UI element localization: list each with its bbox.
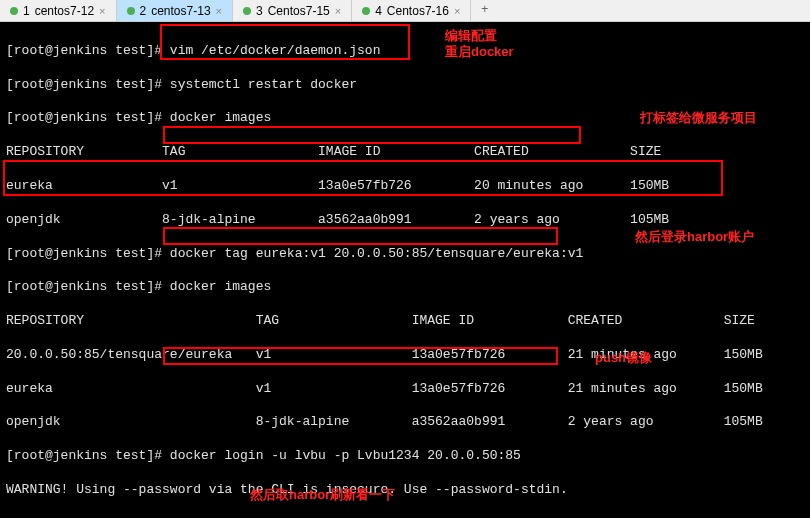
terminal[interactable]: [root@jenkins test]# vim /etc/docker/dae…	[0, 22, 810, 518]
cmd-restart: systemctl restart docker	[162, 77, 357, 92]
table-row: eureka v1 13a0e57fb726 20 minutes ago 15…	[6, 178, 804, 195]
prompt: [root@jenkins test]#	[6, 246, 162, 261]
prompt: [root@jenkins test]#	[6, 448, 162, 463]
annotation-label: 然后取harbor刷新看一下	[250, 487, 395, 504]
prompt: [root@jenkins test]#	[6, 110, 162, 125]
table-header: REPOSITORY TAG IMAGE ID CREATED SIZE	[6, 313, 804, 330]
tab-4[interactable]: 4 Centos7-16×	[352, 0, 471, 21]
status-dot-icon	[243, 7, 251, 15]
warning-text: WARNING! Using --password via the CLI is…	[6, 482, 804, 499]
annotation-label: 重启docker	[445, 44, 514, 61]
annotation-label: 编辑配置	[445, 28, 497, 45]
annotation-label: 打标签给微服务项目	[640, 110, 757, 127]
table-row: eureka v1 13a0e57fb726 21 minutes ago 15…	[6, 381, 804, 398]
table-row: 20.0.0.50:85/tensquare/eureka v1 13a0e57…	[6, 347, 804, 364]
close-icon[interactable]: ×	[99, 5, 105, 17]
tab-1[interactable]: 1 centos7-12×	[0, 0, 117, 21]
prompt: [root@jenkins test]#	[6, 77, 162, 92]
status-dot-icon	[10, 7, 18, 15]
status-dot-icon	[362, 7, 370, 15]
status-dot-icon	[127, 7, 135, 15]
cmd-images: docker images	[162, 279, 271, 294]
table-row: openjdk 8-jdk-alpine a3562aa0b991 2 year…	[6, 414, 804, 431]
table-row: openjdk 8-jdk-alpine a3562aa0b991 2 year…	[6, 212, 804, 229]
close-icon[interactable]: ×	[454, 5, 460, 17]
tab-2[interactable]: 2 centos7-13×	[117, 0, 234, 21]
annotation-label: 然后登录harbor账户	[635, 229, 754, 246]
cmd-tag: docker tag eureka:v1 20.0.0.50:85/tensqu…	[162, 246, 583, 261]
prompt: [root@jenkins test]#	[6, 43, 162, 58]
annotation-label: push镜像	[595, 350, 652, 367]
table-header: REPOSITORY TAG IMAGE ID CREATED SIZE	[6, 144, 804, 161]
annotation-box	[163, 227, 558, 245]
close-icon[interactable]: ×	[216, 5, 222, 17]
close-icon[interactable]: ×	[335, 5, 341, 17]
prompt: [root@jenkins test]#	[6, 279, 162, 294]
annotation-box	[163, 126, 581, 144]
cmd-vim: vim /etc/docker/daemon.json	[162, 43, 380, 58]
cmd-images: docker images	[162, 110, 271, 125]
tab-3[interactable]: 3 Centos7-15×	[233, 0, 352, 21]
add-tab-button[interactable]: +	[471, 0, 498, 21]
cmd-login: docker login -u lvbu -p Lvbu1234 20.0.0.…	[162, 448, 521, 463]
tab-bar: 1 centos7-12× 2 centos7-13× 3 Centos7-15…	[0, 0, 810, 22]
